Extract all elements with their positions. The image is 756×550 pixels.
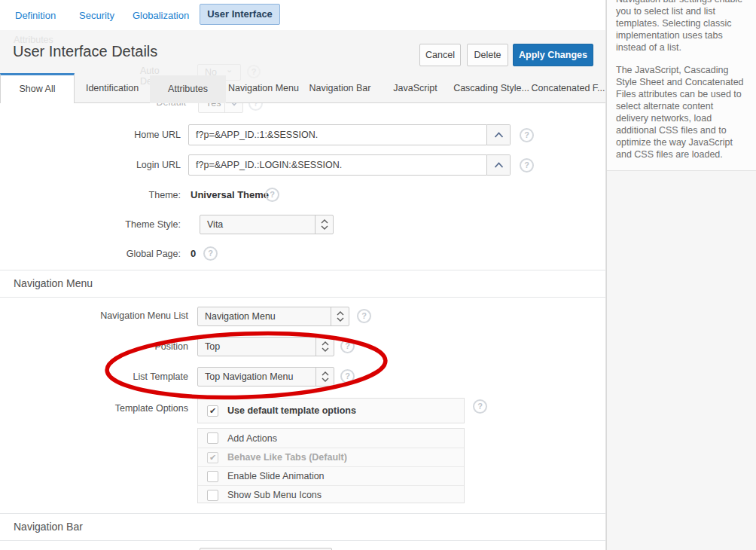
check-icon: ✔ (208, 453, 218, 463)
option-row: ✔ Behave Like Tabs (Default) (198, 448, 464, 466)
delete-button[interactable]: Delete (467, 44, 508, 66)
login-url-label: Login URL (0, 160, 181, 170)
expand-login-url-button[interactable] (487, 154, 511, 176)
show-sub-menu-icons-checkbox[interactable]: ✔ (207, 490, 218, 501)
position-select[interactable]: Top (197, 337, 334, 356)
tab-navigation-menu[interactable]: Navigation Menu (226, 73, 301, 103)
option-label: Behave Like Tabs (Default) (227, 452, 347, 463)
option-label: Add Actions (227, 433, 277, 444)
navigation-bar-section-header: Navigation Bar (0, 513, 605, 541)
spinner-icon (316, 338, 334, 356)
spinner-icon (316, 368, 334, 386)
help-icon[interactable]: ? (473, 399, 487, 414)
enable-slide-animation-checkbox[interactable]: ✔ (207, 471, 218, 482)
tab-globalization[interactable]: Globalization (133, 10, 189, 21)
navigation-menu-section-header: Navigation Menu (0, 270, 605, 298)
page: Definition Security Globalization User I… (0, 0, 756, 550)
use-default-template-options-checkbox[interactable]: ✔ (207, 405, 218, 417)
navigation-menu-list-select[interactable]: Navigation Menu (197, 307, 349, 326)
help-text: The JavaScript, Cascading Style Sheet an… (616, 64, 747, 160)
help-panel: Navigation bar settings enable you to se… (607, 0, 756, 171)
expand-home-url-button[interactable] (487, 124, 511, 145)
spinner-icon (315, 215, 333, 234)
theme-style-value: Vita (207, 215, 223, 234)
list-template-label: List Template (0, 371, 188, 382)
main-column: Definition Security Globalization User I… (0, 0, 606, 550)
tab-identification[interactable]: Identification (75, 73, 150, 103)
check-icon: ✔ (208, 406, 218, 416)
spinner-icon (331, 307, 349, 325)
help-icon[interactable]: ? (340, 339, 355, 353)
tab-navigation-bar[interactable]: Navigation Bar (301, 73, 379, 103)
tab-show-all[interactable]: Show All (0, 73, 75, 103)
default-template-options-box: ✔ Use default template options (197, 398, 465, 423)
chevron-up-icon (494, 132, 504, 138)
theme-style-label: Theme Style: (0, 219, 181, 230)
chevron-up-icon (494, 162, 504, 168)
tab-attributes[interactable]: Attributes (150, 75, 226, 103)
option-label: Use default template options (227, 405, 356, 416)
theme-value: Universal Theme (191, 189, 269, 200)
tab-javascript[interactable]: JavaScript (379, 73, 452, 103)
help-icon[interactable]: ? (520, 128, 534, 142)
theme-label: Theme: (0, 190, 181, 200)
help-icon[interactable]: ? (265, 188, 279, 202)
help-icon[interactable]: ? (203, 246, 218, 261)
page-title: User Interface Details (13, 43, 157, 60)
tab-concatenated-files[interactable]: Concatenated F... (531, 73, 605, 103)
list-template-value: Top Navigation Menu (205, 368, 293, 386)
tab-definition[interactable]: Definition (15, 10, 56, 21)
tab-user-interface[interactable]: User Interface (200, 4, 280, 25)
option-row: ✔ Add Actions (198, 429, 464, 448)
option-row: ✔ Enable Slide Animation (198, 466, 464, 485)
global-page-label: Global Page: (0, 249, 181, 259)
help-icon[interactable]: ? (340, 369, 355, 383)
section-title: Navigation Menu (14, 270, 93, 297)
navigation-menu-list-label: Navigation Menu List (0, 310, 188, 321)
home-url-input[interactable] (188, 124, 487, 145)
position-label: Position (0, 341, 188, 352)
global-page-value: 0 (191, 248, 196, 259)
template-options-box: ✔ Add Actions ✔ Behave Like Tabs (Defaul… (197, 428, 465, 503)
position-value: Top (205, 338, 220, 356)
behave-like-tabs-checkbox: ✔ (207, 452, 218, 463)
tab-security[interactable]: Security (79, 10, 114, 21)
help-text: Navigation bar settings enable you to se… (616, 0, 747, 53)
list-template-select[interactable]: Top Navigation Menu (197, 367, 334, 387)
option-label: Show Sub Menu Icons (227, 490, 322, 500)
section-title: Navigation Bar (14, 514, 83, 540)
apply-changes-button[interactable]: Apply Changes (513, 44, 593, 66)
help-icon[interactable]: ? (357, 309, 371, 323)
help-icon[interactable]: ? (520, 158, 534, 173)
option-label: Enable Slide Animation (227, 471, 325, 481)
option-row: ✔ Use default template options (198, 399, 464, 423)
help-sidebar: Navigation bar settings enable you to se… (606, 0, 756, 550)
cancel-button[interactable]: Cancel (419, 44, 461, 66)
add-actions-checkbox[interactable]: ✔ (207, 432, 218, 444)
tab-cascading-style[interactable]: Cascading Style... (452, 73, 531, 103)
login-url-input[interactable] (188, 154, 487, 176)
template-options-label: Template Options (0, 403, 188, 414)
page-header: Attributes User Interface Details Cancel… (0, 30, 605, 103)
navigation-menu-list-value: Navigation Menu (205, 307, 276, 325)
theme-style-select[interactable]: Vita (200, 215, 334, 234)
app-tab-bar: Definition Security Globalization User I… (0, 0, 605, 30)
option-row: ✔ Show Sub Menu Icons (198, 485, 464, 504)
home-url-label: Home URL (0, 130, 181, 140)
